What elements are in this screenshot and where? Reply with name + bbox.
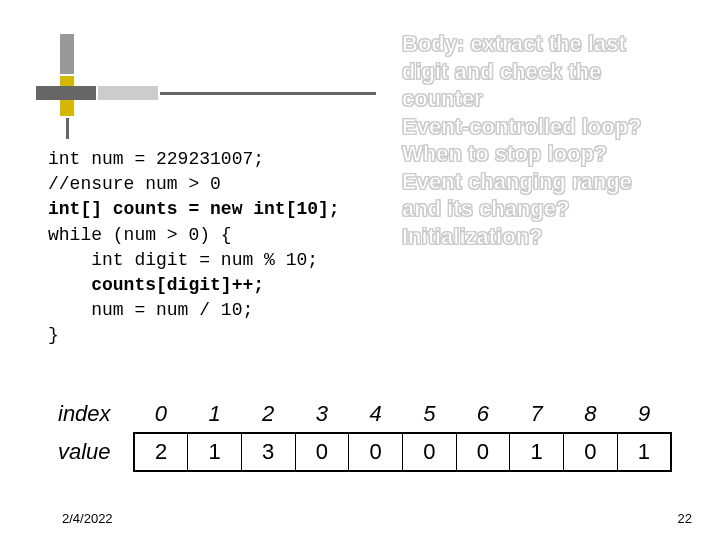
value-cell: 0 [295,433,349,471]
code-line: while (num > 0) { [48,225,232,245]
code-line: int num = 229231007; [48,149,264,169]
value-cell: 0 [349,433,403,471]
code-line: } [48,325,59,345]
value-cell: 0 [564,433,618,471]
value-cell: 3 [241,433,295,471]
value-cell: 1 [188,433,242,471]
index-cell: 6 [456,395,510,433]
index-cell: 9 [617,395,671,433]
footer-date: 2/4/2022 [62,511,113,526]
code-block: int num = 229231007; //ensure num > 0 in… [48,147,340,349]
code-line: //ensure num > 0 [48,174,221,194]
array-table: index 0 1 2 3 4 5 6 7 8 9 value 2 1 3 0 … [56,395,672,472]
annotation-line: Event changing range [402,168,712,196]
annotation-line: counter [402,85,712,113]
code-line: num = num / 10; [48,300,253,320]
code-line: counts[digit]++; [48,275,264,295]
index-cell: 2 [241,395,295,433]
annotation-line: Initialization? [402,223,712,251]
value-cell: 0 [456,433,510,471]
annotations: Body: extract the last digit and check t… [402,30,712,250]
index-cell: 5 [402,395,456,433]
value-cell: 2 [134,433,188,471]
index-label: index [56,395,134,433]
index-cell: 8 [564,395,618,433]
code-line: int[] counts = new int[10]; [48,199,340,219]
annotation-line: Body: extract the last [402,30,712,58]
value-cell: 0 [402,433,456,471]
value-cell: 1 [617,433,671,471]
annotation-line: and its change? [402,195,712,223]
index-cell: 4 [349,395,403,433]
index-cell: 1 [188,395,242,433]
code-line: int digit = num % 10; [48,250,318,270]
footer-page-number: 22 [678,511,692,526]
index-cell: 7 [510,395,564,433]
index-cell: 0 [134,395,188,433]
index-row: index 0 1 2 3 4 5 6 7 8 9 [56,395,671,433]
value-row: value 2 1 3 0 0 0 0 1 0 1 [56,433,671,471]
value-label: value [56,433,134,471]
index-cell: 3 [295,395,349,433]
value-cell: 1 [510,433,564,471]
decoration-horizontal [36,86,376,100]
annotation-line: Event-controlled loop? [402,113,712,141]
annotation-line: When to stop loop? [402,140,712,168]
annotation-line: digit and check the [402,58,712,86]
